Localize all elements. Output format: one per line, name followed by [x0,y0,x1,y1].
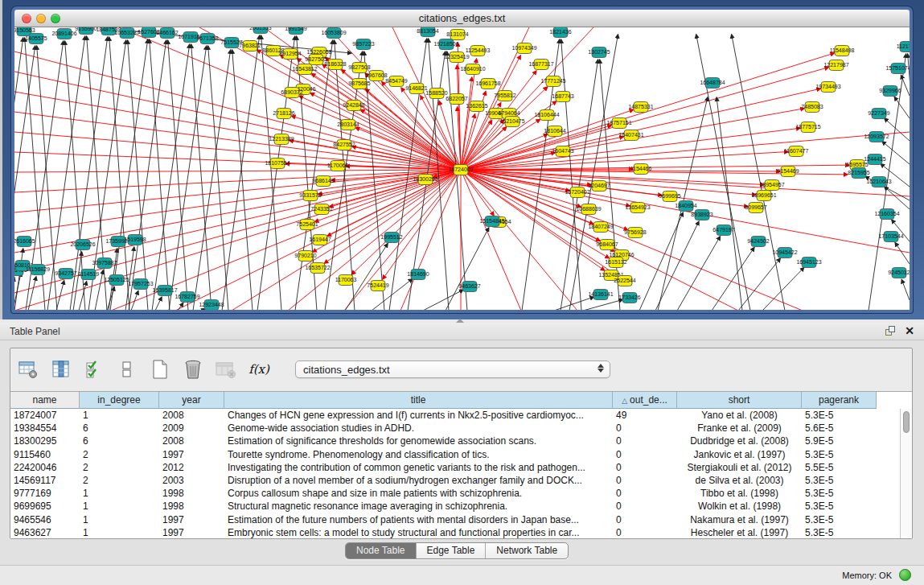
graph-node[interactable]: 17771245 [540,76,565,87]
table-cell[interactable]: 0 [613,448,677,461]
graph-node[interactable]: 9686143 [312,176,334,187]
table-cell[interactable]: Franke et al. (2009) [677,422,802,435]
table-cell[interactable]: Stergiakouli et al. (2012) [677,461,802,474]
table-cell[interactable]: Tourette syndrome. Phenomenology and cla… [224,448,613,461]
table-cell[interactable]: de Silva et al. (2003) [677,474,802,487]
graph-node[interactable]: 2522544 [614,276,635,286]
table-cell[interactable]: 49 [613,409,677,422]
graph-node[interactable]: 12217987 [823,60,848,71]
table-cell[interactable]: Investigating the contribution of common… [224,461,613,474]
graph-node[interactable]: 1114519 [78,270,99,280]
table-cell[interactable]: 9463627 [10,526,80,538]
graph-node[interactable]: 15720407 [565,187,589,198]
table-row[interactable]: 2242004622012Investigating the contribut… [10,461,900,474]
graph-node[interactable]: 9245012 [888,268,910,278]
graph-node[interactable]: 9329966 [879,86,901,97]
network-window[interactable]: citations_edges.txt 18724007796382288601… [11,6,913,313]
graph-node[interactable]: 16053809 [321,28,346,39]
table-cell[interactable]: 1 [80,513,159,526]
table-cell[interactable]: 1997 [159,526,224,538]
graph-node[interactable]: 20891406 [51,29,76,39]
graph-node[interactable]: 10945422 [772,248,797,258]
graph-node[interactable]: 1170063 [335,275,357,286]
table-cell[interactable]: 1997 [159,448,224,461]
graph-node[interactable]: 2803144 [337,120,359,130]
graph-node[interactable]: 8454749 [385,76,407,87]
column-header-in-degree[interactable]: in_degree [80,392,159,409]
graph-node[interactable]: 17103544 [878,232,903,242]
graph-node[interactable]: 12093572 [864,132,889,142]
graph-node[interactable]: 9242848 [343,101,364,111]
vertical-scrollbar[interactable] [900,409,912,538]
graph-node[interactable]: 7243351 [310,204,332,215]
table-cell[interactable]: Corpus callosum shape and size in male p… [224,487,613,500]
table-type-tabs[interactable]: Node TableEdge TableNetwork Table [345,542,569,559]
graph-node[interactable]: 18407249 [588,222,613,233]
table-cell[interactable]: Hescheler et al. (1997) [677,526,802,538]
table-cell[interactable]: 5.5E-5 [802,461,877,474]
graph-node[interactable]: 1814690 [407,270,429,280]
graph-node[interactable]: 1733426 [618,293,640,303]
table-cell[interactable]: 6 [80,435,159,447]
graph-node[interactable]: 6466162 [156,28,178,39]
table-cell[interactable]: Structural magnetic resonance image aver… [224,500,613,513]
table-cell[interactable]: 0 [613,461,677,474]
delete-column-icon[interactable] [182,358,204,381]
table-cell[interactable]: 2 [80,448,159,461]
graph-node[interactable]: 8215955 [848,168,869,179]
table-cell[interactable]: 9777169 [10,487,80,500]
graph-node[interactable]: 8099657 [745,203,766,213]
column-header-name[interactable]: name [10,392,80,409]
table-body[interactable]: 1872400712008Changes of HCN gene express… [10,409,900,538]
select-rows-icon[interactable] [83,358,105,381]
graph-node[interactable]: 2718126 [273,109,294,119]
table-cell[interactable]: Yano et al. (2008) [677,409,802,422]
tab-network-table[interactable]: Network Table [486,543,568,558]
table-cell[interactable]: Changes of HCN gene expression and I(f) … [224,409,613,422]
graph-node[interactable]: 9154469 [777,167,799,177]
table-cell[interactable]: 2008 [159,435,224,447]
table-cell[interactable]: 5.3E-5 [802,474,877,487]
column-header-title[interactable]: title [224,392,613,409]
graph-node[interactable]: 7524419 [367,281,388,291]
table-row[interactable]: 969969511998Structural magnetic resonanc… [10,500,900,513]
table-row[interactable]: 1938455462009Genome-wide association stu… [10,422,900,435]
table-cell[interactable]: 2 [80,474,159,487]
table-cell[interactable]: 5.3E-5 [802,500,877,513]
table-cell[interactable]: Estimation of significance thresholds fo… [224,435,613,447]
table-cell[interactable]: 1 [80,409,159,422]
graph-node[interactable]: 1615132 [605,257,626,268]
graph-node[interactable]: 9699695 [659,192,680,202]
network-canvas[interactable]: 1872400779638228860128891295415226058982… [14,27,910,310]
table-cell[interactable]: 5.3E-5 [802,487,877,500]
graph-node[interactable]: 9155900 [75,27,97,35]
graph-node[interactable]: 15751074 [885,64,910,74]
graph-node[interactable]: 14136141 [588,290,613,300]
table-cell[interactable]: 14569117 [10,474,80,487]
graph-node[interactable]: 12213389 [269,134,294,145]
table-cell[interactable]: 2003 [159,474,224,487]
table-row[interactable]: 911546021997Tourette syndrome. Phenomeno… [10,448,900,461]
column-header-out-de-[interactable]: △out_de... [613,392,677,409]
graph-node[interactable]: 1604743 [552,146,573,157]
graph-node[interactable]: 8813054 [417,27,438,37]
table-row[interactable]: 1456911722003Disruption of a novel membe… [10,474,900,487]
float-panel-icon[interactable] [885,326,897,337]
graph-node[interactable]: 18107554 [265,159,290,169]
graph-node[interactable]: 11548498 [830,46,855,56]
graph-node[interactable]: 18757151 [606,118,631,129]
graph-node[interactable]: 2204697 [588,181,610,192]
scrollbar-thumb[interactable] [903,411,910,433]
graph-node[interactable]: 10974349 [511,43,536,54]
graph-node[interactable]: 1991549 [285,27,306,35]
table-cell[interactable]: 19384554 [10,422,80,435]
graph-node[interactable]: 1687743 [552,92,573,102]
graph-node[interactable]: 18775715 [795,122,820,133]
table-cell[interactable]: 2012 [159,461,224,474]
graph-node[interactable]: 18969651 [751,191,776,201]
table-cell[interactable]: 9699695 [10,500,80,513]
table-cell[interactable]: 5.6E-5 [802,422,877,435]
memory-ok-icon[interactable] [899,569,911,581]
table-cell[interactable]: 9465546 [10,513,80,526]
graph-node[interactable]: 1588520 [425,89,447,99]
